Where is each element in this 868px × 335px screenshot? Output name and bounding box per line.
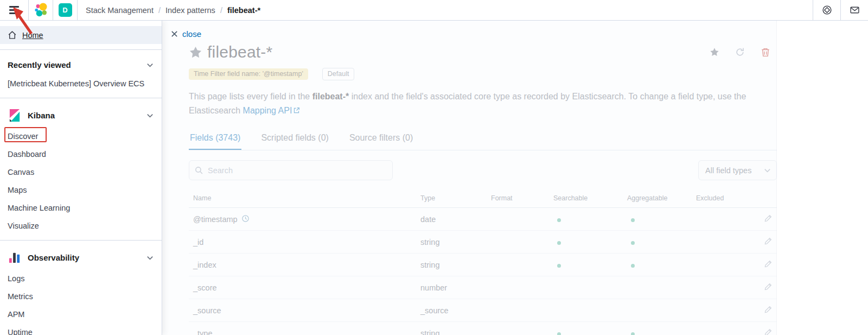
trash-icon (761, 47, 770, 57)
tab-scripted-fields[interactable]: Scripted fields (0) (260, 133, 330, 150)
star-icon (710, 47, 719, 57)
page-description: This page lists every field in the fileb… (189, 90, 777, 118)
set-default-button[interactable] (710, 47, 719, 57)
edit-field-button[interactable] (764, 305, 773, 315)
field-type: string (416, 322, 487, 335)
sidebar-item-maps[interactable]: Maps (0, 181, 162, 199)
sidebar-item-metricbeat-overview[interactable]: [Metricbeat Kubernetes] Overview ECS (0, 74, 162, 92)
pencil-icon (764, 328, 773, 335)
field-excluded (692, 254, 751, 276)
default-badge: Default (322, 68, 355, 80)
divider (0, 49, 162, 50)
close-button[interactable]: close (170, 29, 201, 39)
refresh-icon (735, 47, 745, 57)
observability-logo (8, 251, 21, 264)
table-row: _type string (189, 322, 777, 335)
sidebar-item-machine-learning[interactable]: Machine Learning (0, 199, 162, 217)
divider (0, 98, 162, 98)
edit-field-button[interactable] (764, 328, 773, 335)
help-button[interactable] (813, 0, 840, 21)
sidebar-item-home[interactable]: Home (0, 26, 162, 44)
edit-field-button[interactable] (764, 214, 773, 224)
field-type: _source (416, 299, 487, 322)
sidebar-item-discover[interactable]: Discover (0, 127, 162, 145)
sidebar-item-dashboard[interactable]: Dashboard (0, 145, 162, 163)
field-name: _id (193, 238, 203, 246)
menu-icon[interactable] (9, 6, 19, 14)
column-header-name: Name (189, 191, 416, 208)
deployment-badge[interactable]: D (59, 3, 72, 17)
breadcrumb-current: filebeat-* (227, 6, 260, 15)
column-header-aggregatable: Aggregatable (623, 191, 692, 208)
newsfeed-icon (850, 5, 860, 15)
aggregatable-dot (631, 241, 635, 245)
home-icon (8, 30, 17, 40)
field-excluded (692, 231, 751, 254)
time-filter-badge: Time Filter field name: '@timestamp' (189, 68, 308, 80)
section-label: Kibana (28, 111, 55, 120)
field-type: date (416, 208, 487, 231)
section-kibana[interactable]: Kibana (0, 104, 162, 127)
breadcrumb-stack-management[interactable]: Stack Management (86, 6, 154, 15)
sidebar-item-label: Home (22, 31, 43, 40)
top-bar: D Stack Management / Index patterns / fi… (0, 0, 868, 21)
table-row: _id string (189, 231, 777, 254)
field-format (487, 276, 549, 299)
kibana-logo (8, 109, 21, 122)
close-icon (170, 30, 178, 38)
edit-field-button[interactable] (764, 282, 773, 293)
sidebar-item-uptime[interactable]: Uptime (0, 323, 162, 335)
divider (77, 0, 78, 21)
refresh-button[interactable] (735, 47, 745, 57)
tab-fields[interactable]: Fields (3743) (189, 133, 241, 150)
search-input[interactable] (189, 160, 393, 180)
close-label: close (182, 29, 201, 39)
newsfeed-button[interactable] (841, 0, 868, 21)
aggregatable-dot (631, 218, 635, 222)
clock-icon (241, 214, 250, 224)
field-format (487, 299, 549, 322)
aggregatable-dot (631, 264, 635, 268)
edit-field-button[interactable] (764, 237, 773, 247)
sidebar-item-canvas[interactable]: Canvas (0, 163, 162, 181)
tab-source-filters[interactable]: Source filters (0) (348, 133, 414, 150)
table-row: _source _source (189, 299, 777, 322)
field-format (487, 254, 549, 276)
elastic-logo-button[interactable] (29, 0, 53, 21)
field-format (487, 208, 549, 231)
sidebar-item-visualize[interactable]: Visualize (0, 217, 162, 235)
sidebar-item-apm[interactable]: APM (0, 305, 162, 323)
column-header-type: Type (416, 191, 487, 208)
table-row: _index string (189, 254, 777, 276)
breadcrumb-separator: / (220, 6, 222, 15)
pencil-icon (764, 305, 773, 314)
table-row: _score number (189, 276, 777, 299)
main-content: close filebeat-* (163, 21, 868, 335)
delete-button[interactable] (761, 47, 770, 57)
section-recently-viewed[interactable]: Recently viewed (0, 55, 162, 74)
field-type: string (416, 254, 487, 276)
chevron-down-icon (763, 166, 771, 174)
pencil-icon (764, 282, 773, 291)
column-header-excluded: Excluded (692, 191, 751, 208)
sidebar-item-logs[interactable]: Logs (0, 269, 162, 287)
chevron-down-icon (146, 61, 154, 69)
edit-field-button[interactable] (764, 260, 773, 270)
section-label: Observability (28, 253, 79, 262)
favorite-star-icon (189, 46, 202, 59)
field-type-filter[interactable]: All field types (698, 160, 777, 180)
mapping-api-link[interactable]: Mapping API (243, 106, 292, 115)
field-name: @timestamp (193, 215, 238, 224)
field-type: number (416, 276, 487, 299)
section-observability[interactable]: Observability (0, 246, 162, 269)
field-name: _index (193, 261, 216, 269)
field-excluded (692, 299, 751, 322)
breadcrumb-index-patterns[interactable]: Index patterns (165, 6, 215, 15)
searchable-dot (557, 218, 561, 222)
table-row: @timestamp date (189, 208, 777, 231)
external-link-icon (293, 104, 300, 118)
chevron-down-icon (146, 254, 154, 262)
sidebar-item-metrics[interactable]: Metrics (0, 287, 162, 305)
field-excluded (692, 276, 751, 299)
elastic-logo (34, 3, 48, 17)
